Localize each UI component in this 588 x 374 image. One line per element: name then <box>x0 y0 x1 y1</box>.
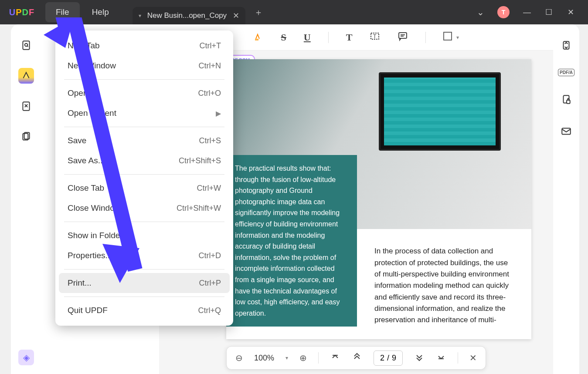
textbox-icon[interactable]: T <box>370 31 380 44</box>
svg-text:T: T <box>373 34 377 40</box>
zoom-dropdown-icon[interactable]: ▾ <box>286 355 288 361</box>
close-nav-button[interactable]: ✕ <box>469 353 477 363</box>
menu-print[interactable]: Print...Ctrl+P <box>59 273 230 293</box>
tab-title: New Busin...open_Copy <box>147 11 227 20</box>
edit-tool-icon[interactable] <box>18 98 34 114</box>
menu-new-tab[interactable]: New TabCtrl+T <box>55 36 233 56</box>
menu-open[interactable]: Open...Ctrl+O <box>55 83 233 103</box>
document-tab[interactable]: ▾ New Busin...open_Copy ✕ <box>133 7 245 24</box>
current-page: 2 <box>380 354 384 363</box>
menu-quit[interactable]: Quit UPDFCtrl+Q <box>55 300 233 320</box>
menu-close-window[interactable]: Close WindowCtrl+Shift+W <box>55 198 233 218</box>
shape-tool-icon[interactable] <box>443 32 452 43</box>
zoom-out-button[interactable]: ⊖ <box>235 353 243 363</box>
total-pages: 9 <box>392 354 396 363</box>
chevron-down-icon[interactable]: ⌄ <box>477 7 484 17</box>
menu-save-as[interactable]: Save As...Ctrl+Shift+S <box>55 151 233 171</box>
menu-close-tab[interactable]: Close TabCtrl+W <box>55 178 233 198</box>
layers-icon[interactable]: ◈ <box>18 350 34 365</box>
text-tool-icon[interactable]: T <box>346 32 353 43</box>
search-icon[interactable] <box>18 37 34 53</box>
chevron-right-icon: ▶ <box>216 109 221 118</box>
right-toolbar: PDF/A <box>553 24 579 374</box>
teal-text-block: The practical results show that: through… <box>226 155 357 327</box>
menu-help[interactable]: Help <box>82 2 119 22</box>
title-bar: U P D F File Help ▾ New Busin...open_Cop… <box>0 0 588 24</box>
logo-u: U <box>9 7 16 17</box>
next-page-button[interactable] <box>414 352 425 364</box>
svg-rect-0 <box>23 41 29 50</box>
last-page-button[interactable] <box>436 352 446 364</box>
user-avatar[interactable]: T <box>497 6 510 18</box>
toolbar-divider <box>425 32 426 43</box>
app-logo: U P D F <box>0 7 44 17</box>
prev-page-button[interactable] <box>352 352 362 364</box>
logo-f: F <box>29 7 34 17</box>
menu-new-window[interactable]: New WindowCtrl+N <box>55 56 233 76</box>
window-minimize-icon[interactable]: — <box>523 8 531 17</box>
comment-icon[interactable] <box>398 31 408 44</box>
file-menu-dropdown: New TabCtrl+T New WindowCtrl+N Open...Ct… <box>55 30 233 326</box>
left-toolbar: ◈ <box>11 24 41 374</box>
svg-rect-7 <box>399 33 407 38</box>
menu-file[interactable]: File <box>45 2 80 22</box>
zoom-level[interactable]: 100% <box>254 354 274 363</box>
nav-divider <box>318 352 319 364</box>
window-close-icon[interactable]: ✕ <box>566 7 575 17</box>
lock-document-icon[interactable] <box>558 92 574 108</box>
mail-icon[interactable] <box>558 123 574 139</box>
menu-save[interactable]: SaveCtrl+S <box>55 131 233 151</box>
shape-dropdown-icon[interactable]: ▾ <box>456 34 459 40</box>
page-navigator: ⊖ 100% ▾ ⊕ 2 / 9 ✕ <box>226 346 486 370</box>
rotate-icon[interactable] <box>558 37 574 53</box>
menu-open-recent[interactable]: Open Recent▶ <box>55 103 233 123</box>
pdfa-icon[interactable]: PDF/A <box>558 69 574 76</box>
strikethrough-icon[interactable]: S <box>281 32 286 43</box>
svg-rect-10 <box>567 100 570 104</box>
highlight-tool-icon[interactable] <box>18 68 34 84</box>
page-separator: / <box>387 354 389 363</box>
logo-p: P <box>16 7 22 17</box>
first-page-button[interactable] <box>330 352 340 364</box>
zoom-in-button[interactable]: ⊕ <box>299 353 307 363</box>
highlighter-icon[interactable] <box>253 31 264 44</box>
svg-rect-11 <box>562 128 571 135</box>
menu-properties[interactable]: Properties...Ctrl+D <box>55 246 233 266</box>
page-number-input[interactable]: 2 / 9 <box>374 350 403 366</box>
window-maximize-icon[interactable]: ☐ <box>544 7 553 17</box>
new-tab-button[interactable]: ＋ <box>254 7 263 18</box>
pages-tool-icon[interactable] <box>18 129 34 145</box>
tab-close-icon[interactable]: ✕ <box>233 11 239 20</box>
nav-divider <box>458 352 458 364</box>
pdf-page: DF.COM The practical results show that: … <box>226 59 531 339</box>
logo-d: D <box>22 7 29 17</box>
toolbar-divider <box>328 32 329 43</box>
tab-menu-icon[interactable]: ▾ <box>139 13 141 19</box>
underline-icon[interactable]: U <box>304 32 311 43</box>
menu-show-folder[interactable]: Show in Folder <box>55 226 233 246</box>
